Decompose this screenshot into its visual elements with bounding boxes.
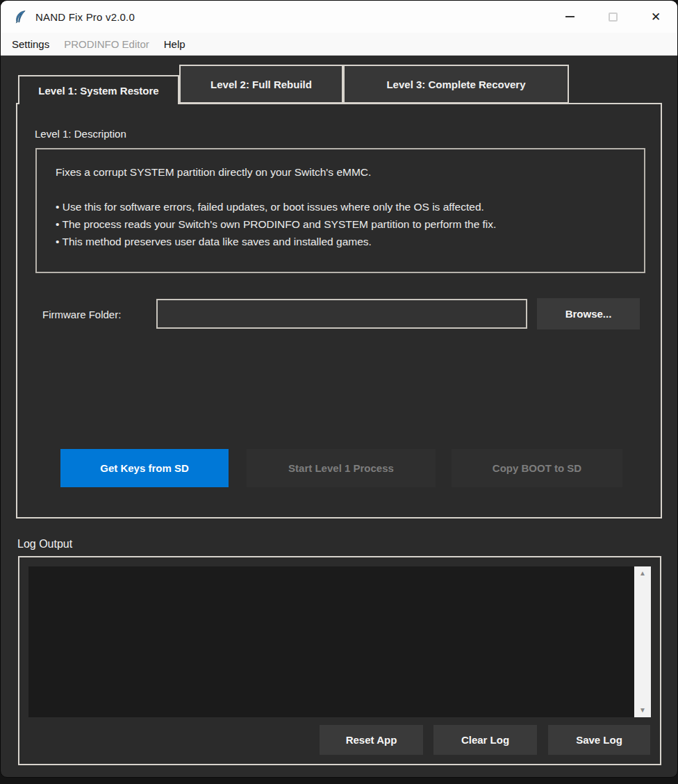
minimize-icon (565, 16, 574, 17)
description-line: • The process reads your Switch's own PR… (56, 215, 630, 233)
reset-app-button[interactable]: Reset App (320, 725, 423, 755)
scroll-up-icon[interactable]: ▲ (639, 566, 646, 580)
maximize-icon (609, 13, 618, 22)
window-title: NAND Fix Pro v2.0.0 (35, 11, 135, 23)
firmware-folder-label: Firmware Folder: (42, 299, 121, 329)
menu-help[interactable]: Help (157, 38, 192, 50)
tab-level1-system-restore[interactable]: Level 1: System Restore (18, 75, 179, 104)
menu-prodinfo-editor: PRODINFO Editor (56, 38, 157, 50)
app-window: NAND Fix Pro v2.0.0 ✕ Settings PRODINFO … (0, 0, 678, 778)
python-feather-icon (13, 10, 27, 24)
level1-tab-panel: Level 1: Description Fixes a corrupt SYS… (16, 103, 662, 518)
menu-settings[interactable]: Settings (5, 38, 56, 50)
description-title: Level 1: Description (35, 128, 126, 140)
log-text-area[interactable] (28, 566, 634, 717)
description-line: • Use this for software errors, failed u… (56, 198, 630, 215)
tab-level3-complete-recovery[interactable]: Level 3: Complete Recovery (343, 65, 569, 104)
start-level1-process-button: Start Level 1 Process (247, 449, 436, 487)
browse-button[interactable]: Browse... (537, 298, 640, 329)
desktop-screen: NAND Fix Pro v2.0.0 ✕ Settings PRODINFO … (0, 0, 678, 784)
description-line: • This method preserves user data like s… (56, 233, 630, 250)
description-line (56, 181, 630, 198)
menu-bar: Settings PRODINFO Editor Help (1, 33, 677, 56)
scroll-down-icon[interactable]: ▼ (639, 703, 646, 717)
copy-boot-to-sd-button: Copy BOOT to SD (452, 449, 622, 487)
clear-log-button[interactable]: Clear Log (433, 725, 537, 755)
description-line: Fixes a corrupt SYSTEM partition directl… (56, 163, 630, 181)
log-output-frame: ▲ ▼ Reset App Clear Log Save Log (18, 556, 661, 765)
close-button[interactable]: ✕ (634, 1, 677, 33)
log-scrollbar[interactable]: ▲ ▼ (634, 566, 651, 717)
firmware-folder-input[interactable] (156, 299, 527, 329)
window-controls: ✕ (548, 1, 677, 33)
title-bar[interactable]: NAND Fix Pro v2.0.0 ✕ (1, 1, 677, 33)
log-output-title: Log Output (17, 538, 72, 550)
close-icon: ✕ (651, 11, 661, 23)
minimize-button[interactable] (548, 1, 591, 33)
save-log-button[interactable]: Save Log (548, 725, 650, 755)
maximize-button[interactable] (591, 1, 634, 33)
tab-level2-full-rebuild[interactable]: Level 2: Full Rebuild (179, 65, 343, 104)
get-keys-from-sd-button[interactable]: Get Keys from SD (60, 449, 229, 487)
description-box: Fixes a corrupt SYSTEM partition directl… (35, 148, 645, 273)
